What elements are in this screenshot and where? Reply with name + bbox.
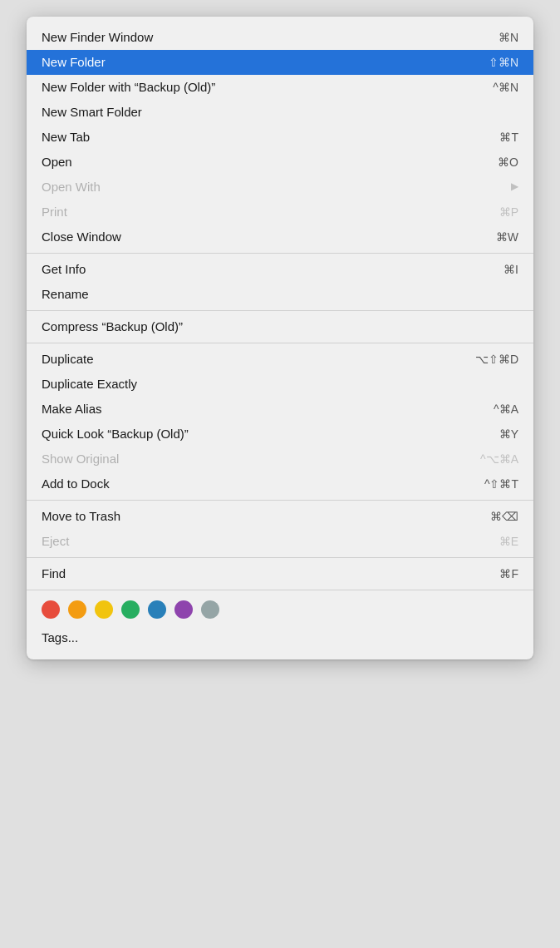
menu-item-quick-look[interactable]: Quick Look “Backup (Old)”⌘Y [27, 422, 533, 447]
menu-item-new-finder-window[interactable]: New Finder Window⌘N [27, 25, 533, 50]
menu-item-label-make-alias: Make Alias [42, 401, 102, 417]
menu-item-label-rename: Rename [42, 286, 89, 303]
menu-item-shortcut-eject: ⌘E [499, 534, 518, 549]
menu-item-label-move-to-trash: Move to Trash [42, 508, 120, 525]
menu-item-label-new-finder-window: New Finder Window [42, 29, 153, 46]
menu-section-3: Duplicate⌥⇧⌘DDuplicate ExactlyMake Alias… [27, 343, 533, 501]
menu-item-label-show-original: Show Original [42, 451, 119, 467]
menu-item-label-print: Print [42, 204, 67, 220]
menu-item-shortcut-new-tab: ⌘T [499, 130, 518, 145]
menu-item-label-get-info: Get Info [42, 261, 86, 278]
menu-item-shortcut-quick-look: ⌘Y [499, 427, 518, 442]
context-menu: New Finder Window⌘NNew Folder⇧⌘NNew Fold… [27, 17, 533, 659]
menu-item-shortcut-move-to-trash: ⌘⌫ [490, 509, 518, 524]
menu-item-shortcut-new-folder: ⇧⌘N [489, 55, 518, 70]
menu-item-label-duplicate: Duplicate [42, 351, 94, 368]
menu-item-shortcut-close-window: ⌘W [496, 230, 518, 244]
tag-dots-container [42, 597, 518, 622]
menu-section-1: Get Info⌘IRename [27, 254, 533, 311]
menu-item-shortcut-print: ⌘P [499, 205, 518, 220]
menu-item-shortcut-show-original: ^⌥⌘A [480, 452, 518, 467]
menu-item-show-original: Show Original^⌥⌘A [27, 447, 533, 472]
menu-item-get-info[interactable]: Get Info⌘I [27, 257, 533, 282]
menu-section-0: New Finder Window⌘NNew Folder⇧⌘NNew Fold… [27, 22, 533, 254]
menu-item-label-open: Open [42, 154, 72, 170]
menu-item-make-alias[interactable]: Make Alias^⌘A [27, 397, 533, 422]
menu-section-2: Compress “Backup (Old)” [27, 311, 533, 343]
menu-item-open-with: Open With▶ [27, 175, 533, 200]
menu-item-label-new-smart-folder: New Smart Folder [42, 104, 142, 121]
menu-item-new-smart-folder[interactable]: New Smart Folder [27, 100, 533, 125]
menu-item-label-add-to-dock: Add to Dock [42, 476, 110, 492]
menu-item-move-to-trash[interactable]: Move to Trash⌘⌫ [27, 504, 533, 529]
menu-item-shortcut-get-info: ⌘I [504, 262, 518, 277]
menu-item-label-quick-look: Quick Look “Backup (Old)” [42, 426, 189, 442]
menu-item-label-new-folder-backup: New Folder with “Backup (Old)” [42, 79, 215, 96]
menu-item-shortcut-new-finder-window: ⌘N [499, 30, 518, 45]
menu-item-shortcut-duplicate: ⌥⇧⌘D [475, 352, 518, 367]
tags-section: Tags... [27, 590, 533, 654]
menu-section-5: Find⌘F [27, 558, 533, 590]
tag-yellow[interactable] [95, 600, 113, 619]
menu-item-add-to-dock[interactable]: Add to Dock^⇧⌘T [27, 472, 533, 496]
menu-item-new-tab[interactable]: New Tab⌘T [27, 125, 533, 150]
menu-item-compress[interactable]: Compress “Backup (Old)” [27, 314, 533, 339]
menu-item-label-open-with: Open With [42, 179, 101, 195]
tags-label[interactable]: Tags... [42, 629, 518, 646]
menu-item-eject: Eject⌘E [27, 529, 533, 554]
menu-item-print: Print⌘P [27, 200, 533, 225]
tag-orange[interactable] [68, 600, 86, 619]
submenu-arrow-icon-open-with: ▶ [511, 180, 518, 194]
menu-item-rename[interactable]: Rename [27, 282, 533, 307]
menu-item-shortcut-add-to-dock: ^⇧⌘T [484, 476, 518, 491]
menu-item-shortcut-new-folder-backup: ^⌘N [493, 80, 518, 95]
menu-item-open[interactable]: Open⌘O [27, 150, 533, 175]
tag-gray[interactable] [201, 600, 219, 619]
tag-red[interactable] [42, 600, 60, 619]
menu-item-label-eject: Eject [42, 533, 69, 550]
menu-item-shortcut-make-alias: ^⌘A [494, 402, 518, 417]
menu-section-4: Move to Trash⌘⌫Eject⌘E [27, 501, 533, 558]
menu-item-find[interactable]: Find⌘F [27, 561, 533, 586]
menu-item-duplicate[interactable]: Duplicate⌥⇧⌘D [27, 347, 533, 372]
menu-item-close-window[interactable]: Close Window⌘W [27, 225, 533, 249]
menu-item-shortcut-find: ⌘F [499, 566, 518, 581]
menu-item-duplicate-exactly[interactable]: Duplicate Exactly [27, 372, 533, 397]
menu-item-new-folder[interactable]: New Folder⇧⌘N [27, 50, 533, 75]
menu-item-label-new-tab: New Tab [42, 129, 90, 146]
menu-item-label-new-folder: New Folder [42, 54, 106, 71]
menu-item-label-find: Find [42, 565, 66, 582]
menu-item-label-duplicate-exactly: Duplicate Exactly [42, 376, 137, 393]
menu-item-label-close-window: Close Window [42, 229, 121, 245]
tag-purple[interactable] [174, 600, 193, 619]
tag-green[interactable] [121, 600, 140, 619]
menu-item-shortcut-open: ⌘O [498, 155, 518, 170]
tag-blue[interactable] [148, 600, 166, 619]
menu-item-label-compress: Compress “Backup (Old)” [42, 318, 183, 335]
menu-item-new-folder-backup[interactable]: New Folder with “Backup (Old)”^⌘N [27, 75, 533, 100]
